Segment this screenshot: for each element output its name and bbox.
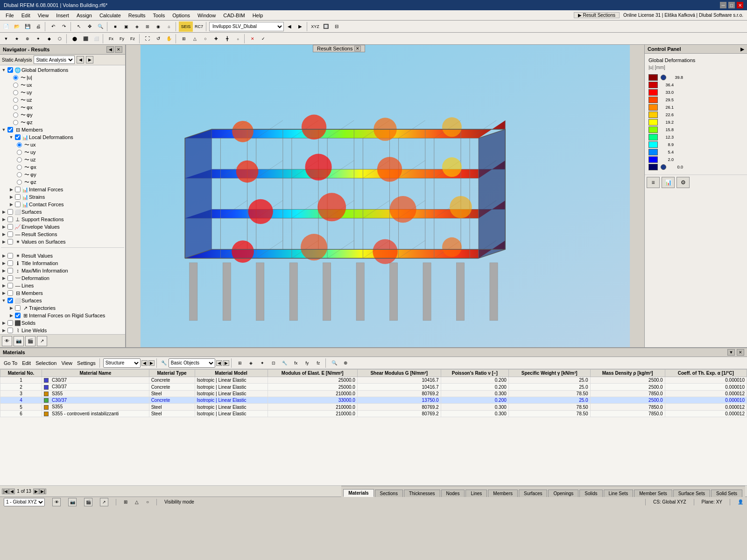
expand-members[interactable]: ▼ [1,127,7,133]
tree-result-values[interactable]: ▶ ✴ Result Values [1,252,124,259]
cp-table-btn[interactable]: ≡ [647,177,660,188]
cb-trajectories[interactable] [15,305,21,311]
expand-title-info[interactable]: ▶ [1,260,7,266]
tree-maxmin[interactable]: ▶ ↕ Max/Min Information [1,267,124,274]
new-button[interactable]: 📄 [1,21,11,32]
tree-line-welds[interactable]: ▶ ⌇ Line Welds [1,327,124,334]
tb-icon-1[interactable]: ■ [110,21,120,32]
tree-int-forces-rigid[interactable]: ▶ ⊞ Internal Forces on Rigid Surfaces [1,312,124,319]
viewport[interactable]: Result Sections ✕ [126,45,644,347]
bottom-tab-members[interactable]: Members [488,490,518,497]
tree-trajectories[interactable]: ▶ ↗ Trajectories [1,304,124,312]
expand-local-def[interactable]: ▼ [8,134,14,140]
tb-icon-4[interactable]: ⊞ [142,21,153,32]
bt-icon-3[interactable]: ✦ [257,358,268,368]
bt-icon-7[interactable]: fy [302,358,312,368]
bottom-tab-thicknesses[interactable]: Thicknesses [404,490,440,497]
tb2-pan[interactable]: ✋ [164,34,174,44]
bottom-tab-member-sets[interactable]: Member Sets [634,490,672,497]
filter-left-select[interactable]: Structure [103,358,141,368]
tb2-snap-2[interactable]: △ [190,34,200,44]
expand-surfaces3[interactable]: ▼ [1,298,7,303]
table-row[interactable]: 1 C30/37 Concrete Isotropic | Linear Ela… [0,377,747,384]
cb-surfaces[interactable] [7,209,13,215]
table-row[interactable]: 2 C30/37 Concrete Isotropic | Linear Ela… [0,384,747,390]
bottom-tab-surfaces[interactable]: Surfaces [519,490,547,497]
tree-local-def[interactable]: ▼ 📊 Local Deformations [1,133,124,141]
menu-options[interactable]: Options [169,12,194,19]
table-row[interactable]: 6 S355 - controventi instabilizzanti Ste… [0,410,747,417]
rc7-button[interactable]: RC7 [193,21,204,32]
load-prev[interactable]: ◀ [284,21,295,32]
tb2-12[interactable]: Fz [127,34,138,44]
tb2-6[interactable]: ⬡ [55,34,65,44]
menu-calculate[interactable]: Calculate [96,12,125,19]
table-row[interactable]: 5 S355 Steel Isotropic | Linear Elastic … [0,404,747,410]
tree-contact-forces[interactable]: ▶ 📊 Contact Forces [1,201,124,208]
tree-lines2[interactable]: ▶ — Lines [1,282,124,289]
menu-insert[interactable]: Insert [52,12,73,19]
radio-m-phiy[interactable] [17,172,22,177]
tb2-3[interactable]: ⊕ [22,34,33,44]
expand-result-values[interactable]: ▶ [1,253,7,259]
radio-m-ux[interactable] [17,142,22,147]
tb2-2[interactable]: ★ [12,34,22,44]
table-row[interactable]: 4 C30/37 Concrete Isotropic | Linear Ela… [0,397,747,404]
menu-help[interactable]: Help [249,12,267,19]
expand-int-forces[interactable]: ▶ [8,187,14,192]
cb-title-info[interactable] [7,260,13,266]
save-button[interactable]: 💾 [22,21,33,32]
tree-global-deformations[interactable]: ▼ 🌐 Global Deformations [1,66,124,74]
tree-strains[interactable]: ▶ 📊 Strains [1,193,124,201]
bottom-tab-nodes[interactable]: Nodes [441,490,465,497]
expand-global-def[interactable]: ▼ [1,67,7,73]
page-next-btn[interactable]: ▶ [33,489,39,494]
bt-icon-5[interactable]: 🔧 [280,358,290,368]
cb-global-def[interactable] [7,67,13,73]
tb-view-1[interactable]: 🔲 [321,21,331,32]
status-btn-3[interactable]: 🎬 [84,498,92,506]
bt-icon-8[interactable]: fz [313,358,324,368]
tb-icon-6[interactable]: ⌂ [164,21,174,32]
zoom-button[interactable]: 🔍 [95,21,106,32]
cp-chart-btn[interactable]: 📊 [662,177,675,188]
cb-result-sections[interactable] [7,231,13,237]
radio-m-phix[interactable] [17,165,22,170]
tree-values-surfaces[interactable]: ▶ ✴ Values on Surfaces [1,238,124,245]
cp-settings-btn[interactable]: ⚙ [677,177,690,188]
page-first-btn[interactable]: |◀ [2,489,9,494]
print-button[interactable]: 🖨 [33,21,43,32]
cb-surfaces3[interactable] [7,298,13,303]
bottom-tab-line-sets[interactable]: Line Sets [604,490,634,497]
expand-strains[interactable]: ▶ [8,194,14,200]
tree-uy[interactable]: 〜 uy [1,89,124,96]
radio-m-uz[interactable] [17,157,22,162]
menu-view[interactable]: View [34,12,53,19]
tree-m-phiz[interactable]: 〜 φz [1,178,124,186]
selection-btn[interactable]: Selection [34,360,58,366]
rs-close-btn[interactable]: ✕ [354,46,361,51]
view-btn[interactable]: View [59,360,74,366]
expand-members3[interactable]: ▶ [1,290,7,296]
cb-deformation2[interactable] [7,275,13,281]
filter-next-btn[interactable]: ▶ [148,360,155,366]
tb-icon-5[interactable]: ◉ [153,21,163,32]
nav-next-btn[interactable]: ▶ [86,56,93,63]
nav-vid-btn[interactable]: 🎬 [25,336,35,346]
tree-uz[interactable]: 〜 uz [1,96,124,104]
tb2-zoom-fit[interactable]: ⛶ [142,34,153,44]
cb-envelope[interactable] [7,224,13,230]
tree-surfaces[interactable]: ▶ ⬜ Surfaces [1,208,124,216]
open-button[interactable]: 📂 [12,21,22,32]
tb2-snap-4[interactable]: ✚ [211,34,221,44]
tb2-5[interactable]: ◆ [44,34,54,44]
nav-cam-btn[interactable]: 📷 [14,336,24,346]
expand-result-sections[interactable]: ▶ [1,231,7,237]
cb-strains[interactable] [15,194,21,200]
cb-local-def[interactable] [15,134,21,140]
nav-arrow-btn[interactable]: ↗ [37,336,47,346]
page-last-btn[interactable]: ▶| [39,489,46,494]
tree-m-uy[interactable]: 〜 uy [1,148,124,156]
tb2-rotate[interactable]: ↺ [153,34,163,44]
table-row[interactable]: 3 S355 Steel Isotropic | Linear Elastic … [0,390,747,397]
